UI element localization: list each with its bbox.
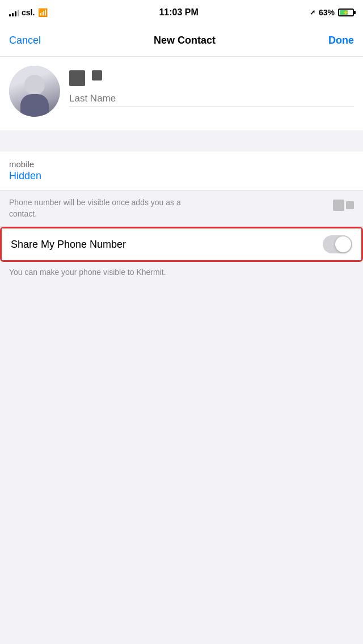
redacted-image-1 <box>333 200 344 211</box>
info-text: Phone number will be visible once adds y… <box>9 197 202 219</box>
battery-percent-label: 63% <box>319 8 335 17</box>
page-title: New Contact <box>154 35 216 46</box>
location-icon: ➚ <box>310 9 315 16</box>
status-time: 11:03 PM <box>159 7 198 18</box>
nav-bar: Cancel New Contact Done <box>0 25 363 57</box>
share-section: Share My Phone Number <box>2 228 361 260</box>
footer-text: You can make your phone visible to Kherm… <box>9 268 166 277</box>
share-section-wrapper: Share My Phone Number <box>0 227 363 262</box>
battery-icon: ⚡ <box>338 9 354 16</box>
charging-icon: ⚡ <box>343 10 349 15</box>
share-phone-toggle[interactable] <box>323 235 352 253</box>
section-divider <box>0 130 363 151</box>
share-phone-label: Share My Phone Number <box>11 239 126 251</box>
status-right: ➚ 63% ⚡ <box>310 8 354 17</box>
info-section: Phone number will be visible once adds y… <box>0 190 363 227</box>
toggle-knob <box>335 236 351 252</box>
name-row-top <box>69 70 354 86</box>
wifi-icon: 📶 <box>38 8 48 17</box>
middle-name-redacted <box>92 70 102 80</box>
name-fields <box>69 66 354 107</box>
phone-value: Hidden <box>9 170 354 182</box>
first-name-redacted <box>69 70 85 86</box>
phone-label: mobile <box>9 159 354 169</box>
status-bar: csl. 📶 11:03 PM ➚ 63% ⚡ <box>0 0 363 25</box>
redacted-image-2 <box>346 201 354 209</box>
cancel-button[interactable]: Cancel <box>9 35 41 46</box>
status-left: csl. 📶 <box>9 8 48 17</box>
last-name-input[interactable] <box>69 91 354 107</box>
phone-section: mobile Hidden <box>0 151 363 190</box>
info-image-placeholder <box>333 200 354 211</box>
avatar[interactable] <box>9 66 60 117</box>
remaining-background <box>0 282 363 452</box>
done-button[interactable]: Done <box>328 35 354 46</box>
contact-header <box>0 57 363 130</box>
footer-note: You can make your phone visible to Kherm… <box>0 262 363 282</box>
carrier-label: csl. <box>22 8 35 17</box>
signal-bars-icon <box>9 9 19 16</box>
